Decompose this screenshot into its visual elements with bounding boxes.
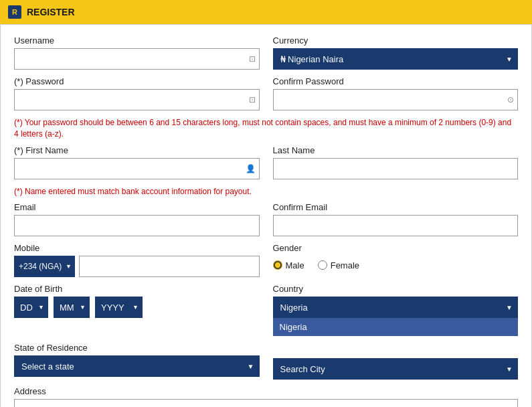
first-name-group: (*) First Name 👤	[14, 145, 260, 179]
city-search-wrapper: Search City	[273, 358, 519, 380]
row-username-currency: Username ⊡ Currency ₦ Nigerian Naira $ U…	[14, 35, 518, 70]
username-group: Username ⊡	[14, 35, 260, 70]
country-label: Country	[273, 284, 519, 294]
password-group: (*) Password ⊡	[14, 76, 260, 110]
dob-yyyy-wrapper: YYYY	[95, 297, 143, 318]
last-name-label: Last Name	[273, 145, 519, 155]
dob-dd-wrapper: DD	[14, 297, 48, 318]
row-mobile-gender: Mobile +234 (NGA) Gender Male Fem	[14, 243, 518, 277]
row-dob-country: Date of Birth DD MM YYYY	[14, 284, 518, 336]
city-search-select[interactable]: Search City	[273, 358, 519, 380]
mobile-group: Mobile +234 (NGA)	[14, 243, 260, 277]
gender-female-radio[interactable]	[318, 260, 327, 270]
phone-code-select[interactable]: +234 (NGA)	[14, 256, 75, 277]
confirm-password-group: Confirm Password ⊙	[273, 76, 519, 110]
gender-male-label[interactable]: Male	[273, 260, 304, 270]
title-label: REGISTER	[27, 7, 75, 17]
gender-group: Gender Male Female	[273, 243, 519, 277]
email-group: Email	[14, 202, 260, 236]
gender-male-radio[interactable]	[273, 260, 282, 270]
address-label: Address	[14, 386, 518, 396]
country-nigeria-dropdown[interactable]: Nigeria	[273, 318, 519, 336]
currency-select[interactable]: ₦ Nigerian Naira $ US Dollar € Euro	[273, 48, 519, 70]
dob-mm-wrapper: MM	[54, 297, 90, 318]
dob-mm-select[interactable]: MM	[54, 297, 90, 318]
last-name-group: Last Name	[273, 145, 519, 179]
mobile-label: Mobile	[14, 243, 260, 253]
row-state-city: State of Residence Select a state City S…	[14, 343, 518, 380]
country-nigeria-text: Nigeria	[280, 322, 307, 332]
gender-female-label[interactable]: Female	[318, 260, 359, 270]
password-input[interactable]	[14, 89, 260, 110]
email-label: Email	[14, 202, 260, 212]
register-form: Username ⊡ Currency ₦ Nigerian Naira $ U…	[0, 24, 532, 407]
currency-select-wrapper: ₦ Nigerian Naira $ US Dollar € Euro	[273, 48, 519, 70]
username-label: Username	[14, 35, 260, 46]
row-names: (*) First Name 👤 Last Name	[14, 145, 518, 179]
state-group: State of Residence Select a state	[14, 343, 260, 380]
confirm-password-input[interactable]	[273, 89, 519, 110]
dob-label: Date of Birth	[14, 284, 260, 294]
username-input[interactable]	[14, 48, 260, 70]
state-label: State of Residence	[14, 343, 260, 353]
gender-female-text: Female	[331, 260, 359, 270]
state-select[interactable]: Select a state	[14, 355, 260, 377]
gender-options: Male Female	[273, 256, 519, 277]
last-name-input[interactable]	[273, 158, 519, 179]
phone-code-wrapper: +234 (NGA)	[14, 256, 75, 277]
country-group: Country Select Country Nigeria Nigeria	[273, 284, 519, 336]
confirm-password-label: Confirm Password	[273, 76, 519, 86]
name-warning: (*) Name entered must match bank account…	[14, 186, 518, 197]
password-label: (*) Password	[14, 76, 260, 86]
city-group: City Search City	[273, 343, 519, 380]
gender-male-text: Male	[286, 260, 304, 270]
row-passwords: (*) Password ⊡ Confirm Password ⊙	[14, 76, 518, 110]
first-name-input[interactable]	[14, 158, 260, 179]
currency-group: Currency ₦ Nigerian Naira $ US Dollar € …	[273, 35, 519, 70]
confirm-email-label: Confirm Email	[273, 202, 519, 212]
first-name-label: (*) First Name	[14, 145, 260, 155]
dob-selects-row: DD MM YYYY	[14, 297, 260, 318]
address-input[interactable]	[14, 399, 518, 407]
dob-group: Date of Birth DD MM YYYY	[14, 284, 260, 336]
currency-label: Currency	[273, 35, 519, 46]
mobile-number-input[interactable]	[79, 256, 260, 277]
dob-dd-select[interactable]: DD	[14, 297, 48, 318]
state-select-wrapper: Select a state	[14, 355, 260, 377]
country-select-wrapper: Select Country Nigeria	[273, 297, 519, 318]
email-input[interactable]	[14, 215, 260, 236]
gender-label: Gender	[273, 243, 519, 253]
dob-yyyy-select[interactable]: YYYY	[95, 297, 143, 318]
password-warning: (*) Your password should be between 6 an…	[14, 117, 518, 140]
country-select[interactable]: Select Country Nigeria	[273, 297, 519, 318]
mobile-input-row: +234 (NGA)	[14, 256, 260, 277]
row-emails: Email Confirm Email	[14, 202, 518, 236]
confirm-email-group: Confirm Email	[273, 202, 519, 236]
confirm-email-input[interactable]	[273, 215, 519, 236]
title-bar: R REGISTER	[0, 0, 532, 24]
register-icon: R	[8, 5, 21, 19]
address-group: Address	[14, 386, 518, 407]
